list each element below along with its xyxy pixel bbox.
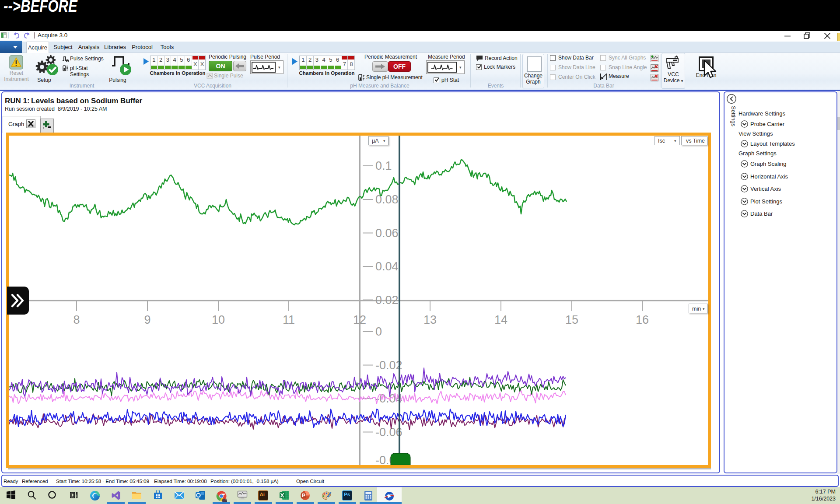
svg-text:0.02: 0.02 [375, 294, 399, 307]
svg-text:0: 0 [375, 325, 382, 338]
svg-text:10: 10 [212, 313, 225, 326]
svg-text:11: 11 [283, 313, 295, 326]
svg-text:0.1: 0.1 [375, 159, 392, 172]
svg-text:12: 12 [353, 313, 366, 326]
svg-text:0.04: 0.04 [375, 260, 399, 273]
svg-text:-0.02: -0.02 [375, 359, 402, 372]
svg-text:14: 14 [494, 313, 508, 326]
svg-text:8: 8 [73, 313, 80, 326]
svg-text:-0.06: -0.06 [375, 426, 402, 439]
svg-text:9: 9 [144, 313, 150, 326]
svg-text:13: 13 [424, 313, 437, 326]
svg-text:15: 15 [565, 313, 578, 326]
svg-text:16: 16 [636, 313, 649, 326]
svg-text:0.08: 0.08 [375, 193, 399, 206]
svg-text:0.06: 0.06 [375, 227, 399, 240]
